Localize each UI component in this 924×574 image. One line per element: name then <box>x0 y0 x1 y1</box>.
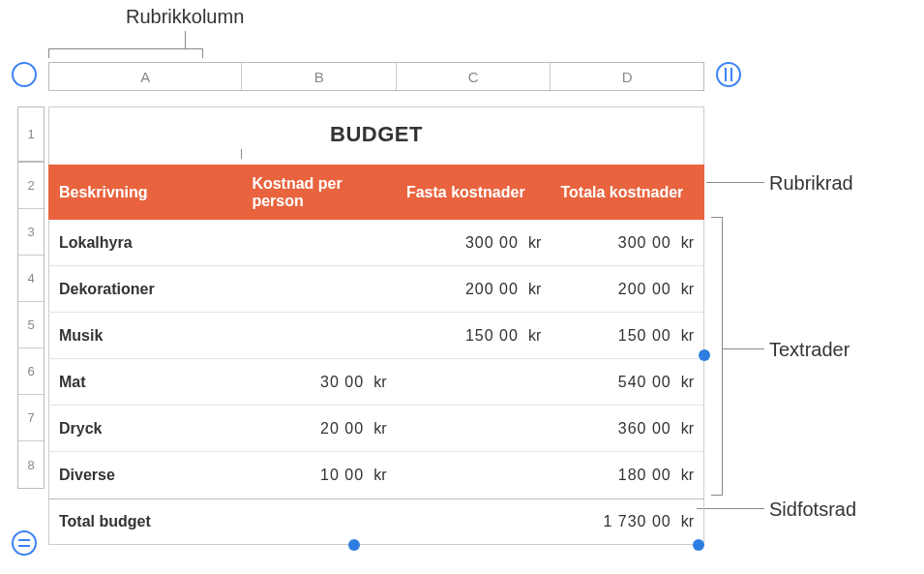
bracket-textrader <box>711 217 723 496</box>
cell-total[interactable]: 300 00kr <box>551 220 703 265</box>
cell-fixed[interactable]: 200 00kr <box>396 266 551 312</box>
cell-perperson[interactable]: 30 00kr <box>242 359 397 405</box>
cell-total[interactable]: 200 00kr <box>551 266 703 312</box>
column-header-c[interactable]: C <box>397 63 551 90</box>
cell-desc[interactable]: Dekorationer <box>48 266 242 312</box>
cell-footer-total[interactable]: 1 730 00kr <box>551 499 703 544</box>
column-header-d[interactable]: D <box>551 63 703 90</box>
cell-fixed[interactable] <box>396 452 551 498</box>
cell-desc[interactable]: Dryck <box>48 406 242 451</box>
cell-fixed[interactable]: 150 00kr <box>396 313 551 358</box>
cell-total[interactable]: 180 00kr <box>551 452 703 498</box>
bracket-rubrikkolumn <box>48 48 203 58</box>
callout-rubrikkolumn: Rubrikkolumn <box>126 6 244 28</box>
footer-row[interactable]: Total budget 1 730 00kr <box>48 498 704 545</box>
cell-total[interactable]: 360 00kr <box>551 406 703 451</box>
cell-empty[interactable] <box>396 499 551 544</box>
column-header-a[interactable]: A <box>49 63 242 90</box>
header-cell-perperson[interactable]: Kostnad per person <box>242 166 397 219</box>
add-row-handle[interactable] <box>12 530 37 556</box>
row-header[interactable]: 4 <box>18 256 44 302</box>
add-column-handle[interactable] <box>716 62 741 87</box>
selection-handle-dot[interactable] <box>693 539 704 551</box>
callout-line <box>706 182 764 183</box>
cell-perperson[interactable]: 20 00kr <box>242 406 397 451</box>
row-header[interactable]: 1 <box>18 107 44 163</box>
column-ruler[interactable]: A B C D <box>48 62 704 91</box>
callout-rubrikrad: Rubrikrad <box>769 172 853 195</box>
row-header[interactable]: 5 <box>18 302 44 348</box>
cell-desc[interactable]: Lokalhyra <box>48 220 242 265</box>
callout-line <box>697 508 764 509</box>
table-row[interactable]: Mat 30 00kr 540 00kr <box>48 359 704 406</box>
cell-footer-desc[interactable]: Total budget <box>48 499 242 544</box>
cell-perperson[interactable]: 10 00kr <box>242 452 397 498</box>
column-header-b[interactable]: B <box>242 63 397 90</box>
row-header[interactable]: 6 <box>18 348 44 395</box>
cell-total[interactable]: 540 00kr <box>551 359 703 405</box>
cell-perperson[interactable] <box>242 313 397 358</box>
cell-perperson[interactable] <box>242 220 397 265</box>
table-row[interactable]: Dryck 20 00kr 360 00kr <box>48 406 704 452</box>
selection-handle-dot[interactable] <box>348 539 360 551</box>
header-cell-total[interactable]: Totala kostnader <box>551 166 703 219</box>
callout-textrader: Textrader <box>769 339 849 361</box>
callout-line <box>723 348 764 349</box>
callout-sidfotsrad: Sidfotsrad <box>769 498 856 521</box>
cell-fixed[interactable]: 300 00kr <box>396 220 551 265</box>
cell-perperson[interactable] <box>242 266 397 312</box>
table-row[interactable]: Musik 150 00kr 150 00kr <box>48 313 704 359</box>
header-cell-desc[interactable]: Beskrivning <box>49 166 242 219</box>
cell-desc[interactable]: Diverse <box>48 452 242 498</box>
cell-total[interactable]: 150 00kr <box>551 313 703 358</box>
row-header[interactable]: 2 <box>18 163 44 209</box>
callout-line <box>185 31 186 48</box>
row-ruler[interactable]: 1 2 3 4 5 6 7 8 <box>17 106 45 489</box>
row-header[interactable]: 7 <box>18 395 44 441</box>
row-header[interactable]: 3 <box>18 209 44 256</box>
cell-fixed[interactable] <box>396 406 551 451</box>
cell-desc[interactable]: Musik <box>48 313 242 358</box>
table-row[interactable]: Dekorationer 200 00kr 200 00kr <box>48 266 704 313</box>
cell-fixed[interactable] <box>396 359 551 405</box>
table-row[interactable]: Lokalhyra 300 00kr 300 00kr <box>48 220 704 266</box>
row-header[interactable]: 8 <box>18 441 44 488</box>
table-title: BUDGET <box>48 106 704 165</box>
spreadsheet-table[interactable]: BUDGET Beskrivning Kostnad per person Fa… <box>48 106 704 545</box>
cell-empty[interactable] <box>242 499 397 544</box>
header-row[interactable]: Beskrivning Kostnad per person Fasta kos… <box>48 165 704 220</box>
header-cell-fixed[interactable]: Fasta kostnader <box>397 166 551 219</box>
cell-desc[interactable]: Mat <box>48 359 242 405</box>
table-row[interactable]: Diverse 10 00kr 180 00kr <box>48 452 704 498</box>
selection-handle-dot[interactable] <box>699 349 710 361</box>
table-corner-handle[interactable] <box>12 62 37 87</box>
